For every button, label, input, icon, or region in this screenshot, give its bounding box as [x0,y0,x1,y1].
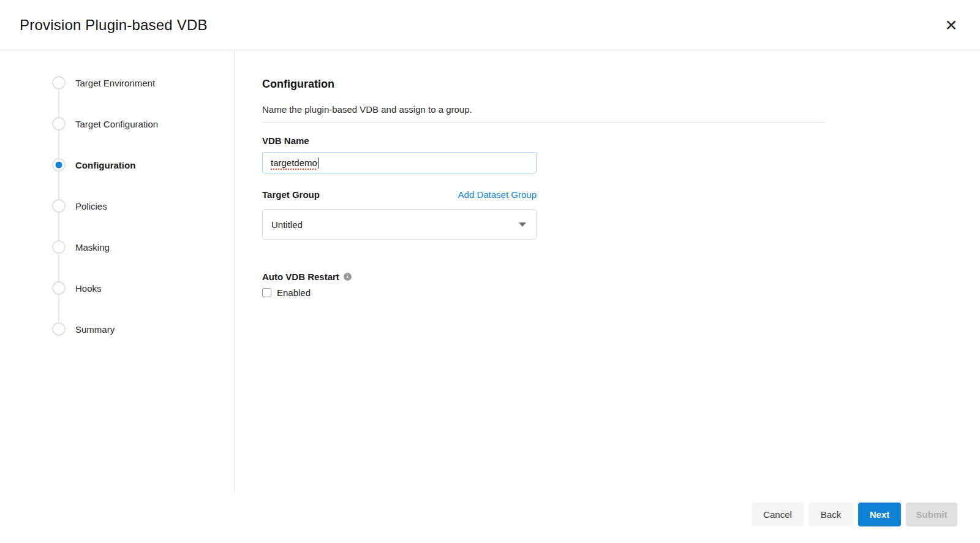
stepper-step-target-environment[interactable]: Target Environment [52,76,155,89]
step-label: Target Environment [75,78,155,88]
section-divider [262,122,826,123]
target-group-selected-value: Untitled [271,219,303,230]
submit-button[interactable]: Submit [906,503,957,526]
stepper-content-divider [235,51,235,491]
auto-restart-checkbox-row: Enabled [262,287,311,298]
chevron-down-icon [519,222,526,227]
next-button[interactable]: Next [858,503,901,526]
step-circle-icon [52,117,66,131]
step-circle-icon [52,281,66,295]
step-circle-icon [52,76,66,89]
section-heading: Configuration [262,78,334,91]
close-button[interactable]: ✕ [941,15,962,36]
stepper-step-hooks[interactable]: Hooks [52,281,102,295]
wizard-stepper: Target Environment Target Configuration … [0,0,235,543]
step-label: Masking [75,242,110,253]
auto-restart-label: Auto VDB Restart [262,272,339,282]
vdb-name-label: VDB Name [262,135,309,146]
step-circle-icon [52,240,66,254]
back-button[interactable]: Back [809,503,853,526]
vdb-name-input[interactable]: targetdemo [262,152,537,173]
stepper-step-policies[interactable]: Policies [52,199,107,213]
close-icon: ✕ [945,17,958,34]
step-label: Hooks [75,283,102,294]
provision-vdb-dialog: Provision Plugin-based VDB ✕ Target Envi… [0,0,980,543]
auto-restart-row: Auto VDB Restart i [262,272,352,282]
target-group-label: Target Group [262,189,320,200]
step-label: Policies [75,201,107,211]
step-label: Summary [75,324,115,335]
section-description: Name the plugin-based VDB and assign to … [262,104,472,115]
cancel-button[interactable]: Cancel [752,503,804,526]
enabled-checkbox[interactable] [262,288,271,297]
text-cursor [318,158,318,169]
step-circle-icon [52,199,66,213]
target-group-select[interactable]: Untitled [262,209,537,240]
step-label: Target Configuration [75,119,158,129]
stepper-step-configuration[interactable]: Configuration [52,158,135,172]
step-circle-icon [52,322,66,336]
add-dataset-group-link[interactable]: Add Dataset Group [458,189,537,200]
stepper-step-summary[interactable]: Summary [52,322,115,336]
target-group-row: Target Group Add Dataset Group [262,188,537,201]
stepper-step-target-configuration[interactable]: Target Configuration [52,117,158,131]
step-label: Configuration [75,160,135,170]
step-circle-current-icon [52,158,66,172]
vdb-name-value: targetdemo [271,158,317,168]
info-icon[interactable]: i [344,273,352,281]
enabled-checkbox-label: Enabled [277,287,311,298]
stepper-step-masking[interactable]: Masking [52,240,110,254]
